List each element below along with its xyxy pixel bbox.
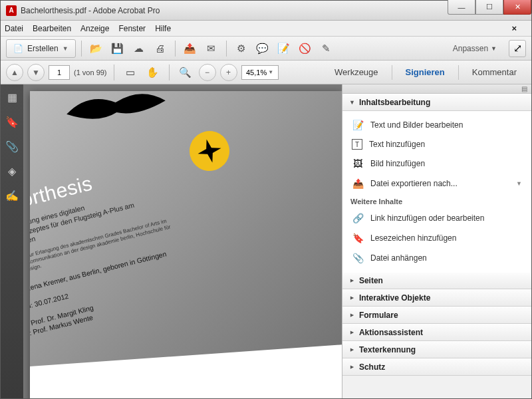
section-action-wizard[interactable]: ▼Aktionsassistent <box>342 324 531 341</box>
create-pdf-icon: 📄 <box>13 44 23 53</box>
edit-text-icon: 📝 <box>352 119 364 131</box>
dropdown-arrow-icon: ▼ <box>516 180 522 187</box>
tool-label: Text hinzufügen <box>369 140 425 149</box>
titlebar: A Bachelorthesis.pdf - Adobe Acrobat Pro… <box>1 1 531 21</box>
export-icon: 📤 <box>352 178 364 190</box>
separator <box>81 41 82 57</box>
tool-add-image[interactable]: 🖼Bild hinzufügen <box>342 154 531 174</box>
attach-icon: 📎 <box>352 252 364 264</box>
tool-label: Text und Bilder bearbeiten <box>370 120 463 130</box>
share-icon[interactable]: 📤 <box>181 39 200 58</box>
mail-icon[interactable]: ✉ <box>202 39 221 58</box>
gear-icon[interactable]: ⚙ <box>232 39 251 58</box>
create-button[interactable]: 📄 Erstellen ▼ <box>6 39 76 58</box>
tool-attach-file[interactable]: 📎Datei anhängen <box>342 248 531 268</box>
menu-view[interactable]: Anzeige <box>80 24 109 33</box>
minimize-button[interactable]: — <box>448 0 475 15</box>
page-bottom <box>30 342 342 398</box>
sign-icon[interactable]: ✎ <box>317 39 336 58</box>
highlight-icon[interactable]: 📝 <box>275 39 293 58</box>
section-interactive-objects[interactable]: ▼Interaktive Objekte <box>342 289 531 307</box>
stamp-icon[interactable]: 🚫 <box>296 39 315 58</box>
zoom-out-button[interactable]: − <box>199 64 216 81</box>
main-toolbar: 📄 Erstellen ▼ 📂 💾 ☁ 🖨 📤 ✉ ⚙ 💬 📝 🚫 ✎ Anpa… <box>1 37 531 61</box>
separator <box>114 65 114 80</box>
page-count-label: (1 von 99) <box>74 68 107 76</box>
maximize-button[interactable]: ☐ <box>475 0 503 15</box>
tool-label: Bild hinzufügen <box>370 159 425 168</box>
tool-label: Link hinzufügen oder bearbeiten <box>370 213 484 223</box>
comment-tab[interactable]: Kommentar <box>463 67 526 77</box>
tool-add-text[interactable]: TText hinzufügen <box>342 135 531 154</box>
sign-tab[interactable]: Signieren <box>396 67 454 77</box>
tool-add-link[interactable]: 🔗Link hinzufügen oder bearbeiten <box>342 208 531 228</box>
document-area[interactable]: Bachelorthesis Analyse zur Empfehlung ei… <box>23 84 342 398</box>
page-number-input[interactable] <box>49 65 70 80</box>
bird-silhouette <box>61 91 172 140</box>
page-down-button[interactable]: ▼ <box>27 64 45 81</box>
tool-export-file[interactable]: 📤Datei exportieren nach...▼ <box>342 174 531 194</box>
disclosure-closed-icon: ▼ <box>348 364 355 370</box>
bookmarks-icon[interactable]: 🔖 <box>5 116 19 128</box>
disclosure-closed-icon: ▼ <box>348 278 355 284</box>
section-title: Inhaltsbearbeitung <box>359 98 430 107</box>
section-title: Schutz <box>359 362 385 372</box>
tool-label: Lesezeichen hinzufügen <box>370 233 456 243</box>
menu-window[interactable]: Fenster <box>118 24 146 33</box>
zoom-marquee-icon[interactable]: 🔍 <box>176 63 195 82</box>
select-tool-icon[interactable]: ▭ <box>121 63 140 82</box>
page-up-button[interactable]: ▲ <box>6 64 23 81</box>
menu-file[interactable]: Datei <box>5 24 23 33</box>
tool-add-bookmark[interactable]: 🔖Lesezeichen hinzufügen <box>342 228 531 248</box>
customize-button[interactable]: Anpassen ▼ <box>453 44 497 53</box>
tool-edit-text-images[interactable]: 📝Text und Bilder bearbeiten <box>342 115 531 135</box>
section-title: Formulare <box>359 311 398 320</box>
menu-help[interactable]: Hilfe <box>155 24 171 33</box>
disclosure-closed-icon: ▼ <box>348 295 355 301</box>
section-pages[interactable]: ▼Seiten <box>342 272 531 289</box>
separator <box>226 41 227 57</box>
comment-icon[interactable]: 💬 <box>253 39 272 58</box>
link-icon: 🔗 <box>352 212 364 224</box>
tools-tab[interactable]: Werkzeuge <box>325 67 388 77</box>
separator <box>175 41 176 57</box>
add-image-icon: 🖼 <box>352 158 364 170</box>
save-icon[interactable]: 💾 <box>108 39 127 58</box>
section-title: Seiten <box>359 276 383 285</box>
nav-toolbar: ▲ ▼ (1 von 99) ▭ ✋ 🔍 − + 45,1%▼ Werkzeug… <box>1 61 531 84</box>
app-icon: A <box>6 5 17 16</box>
zoom-field[interactable]: 45,1%▼ <box>241 65 279 80</box>
layers-icon[interactable]: ◈ <box>8 165 16 178</box>
dropdown-arrow-icon: ▼ <box>63 45 68 52</box>
attachments-icon[interactable]: 📎 <box>5 140 19 153</box>
section-title: Interaktive Objekte <box>359 293 430 303</box>
customize-label: Anpassen <box>453 44 488 53</box>
menu-edit[interactable]: Bearbeiten <box>33 24 71 33</box>
fullscreen-icon[interactable]: ⤢ <box>509 40 526 57</box>
section-protection[interactable]: ▼Schutz <box>342 358 531 376</box>
cloud-icon[interactable]: ☁ <box>130 39 148 58</box>
section-title: Aktionsassistent <box>359 328 423 337</box>
close-button[interactable]: ✕ <box>503 0 531 15</box>
zoom-in-button[interactable]: + <box>220 64 237 81</box>
disclosure-closed-icon: ▼ <box>348 347 355 353</box>
tool-label: Datei anhängen <box>370 253 427 263</box>
section-content-editing[interactable]: ▼ Inhaltsbearbeitung <box>342 94 531 111</box>
open-icon[interactable]: 📂 <box>87 39 106 58</box>
section-forms[interactable]: ▼Formulare <box>342 307 531 324</box>
section-text-recognition[interactable]: ▼Texterkennung <box>342 341 531 358</box>
zoom-value: 45,1% <box>246 68 267 76</box>
panel-grip[interactable]: ▤ <box>342 84 531 94</box>
disclosure-closed-icon: ▼ <box>348 330 355 336</box>
signatures-icon[interactable]: ✍ <box>5 190 19 202</box>
separator <box>392 65 392 80</box>
hand-tool-icon[interactable]: ✋ <box>144 63 162 82</box>
menubar: Datei Bearbeiten Anzeige Fenster Hilfe × <box>1 21 531 37</box>
bookmark-icon: 🔖 <box>352 232 364 244</box>
menu-close-icon[interactable]: × <box>511 23 517 33</box>
thumbnails-icon[interactable]: ▦ <box>7 91 17 104</box>
left-nav-rail: ▦ 🔖 📎 ◈ ✍ <box>1 84 23 398</box>
window-title: Bachelorthesis.pdf - Adobe Acrobat Pro <box>21 6 448 15</box>
separator <box>458 65 459 80</box>
print-icon[interactable]: 🖨 <box>151 39 170 58</box>
